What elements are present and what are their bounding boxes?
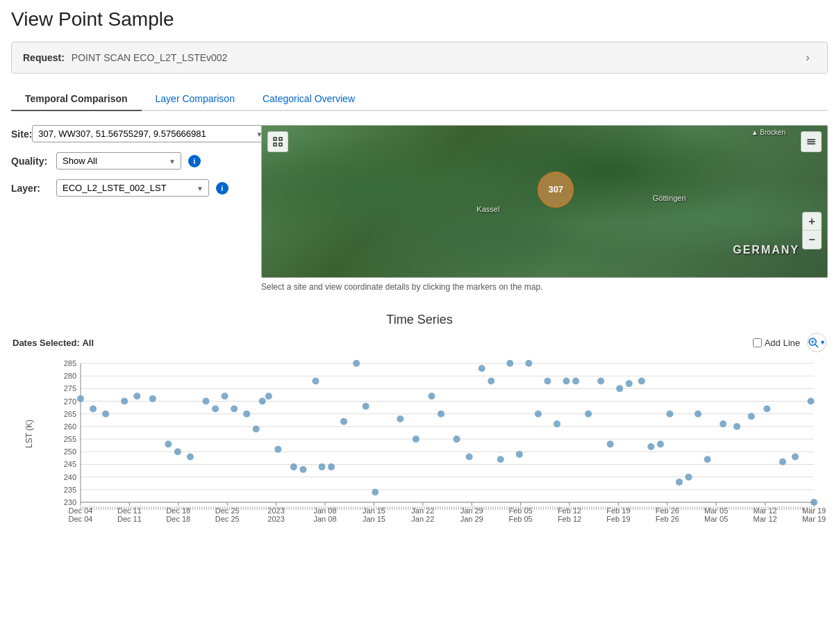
map-layers-button[interactable] [801,131,822,152]
quality-info-icon[interactable]: i [188,155,201,167]
svg-text:Dec 25: Dec 25 [215,515,240,523]
request-bar[interactable]: Request: POINT SCAN ECO_L2T_LSTEv002 › [11,42,828,74]
chart-section: Time Series Dates Selected: All Add Line [11,313,828,533]
layer-info-icon[interactable]: i [216,182,229,195]
map-container: ▲ Brocken 307 Göttingen Kassel GERMANY + [261,125,828,292]
layer-select[interactable]: ECO_L2_LSTE_002_LST [56,179,209,197]
svg-point-48 [222,393,229,399]
svg-point-44 [174,448,181,455]
main-content: Site: 307, WW307, 51.56755297, 9.5756669… [11,125,828,292]
map-zoom-out-button[interactable]: − [803,231,821,249]
site-label: Site: [11,129,32,140]
request-value: POINT SCAN ECO_L2T_LSTEv002 [72,52,228,63]
svg-point-78 [554,420,560,427]
layer-select-wrapper: ECO_L2_LSTE_002_LST i [56,179,247,197]
chart-zoom-tool[interactable]: ▼ [807,333,826,352]
svg-text:Feb 12: Feb 12 [558,515,581,523]
svg-point-76 [535,411,542,418]
svg-point-72 [497,456,504,463]
svg-text:Jan 08: Jan 08 [313,515,336,523]
svg-point-38 [90,405,97,412]
svg-text:Mar 05: Mar 05 [704,515,728,523]
map-box[interactable]: ▲ Brocken 307 Göttingen Kassel GERMANY + [261,125,828,278]
svg-point-46 [203,398,210,405]
svg-point-81 [585,411,592,418]
svg-point-83 [607,440,614,447]
svg-point-52 [259,398,266,405]
add-line-label[interactable]: Add Line [753,338,800,348]
svg-text:Jan 08: Jan 08 [313,506,336,515]
controls-panel: Site: 307, WW307, 51.56755297, 9.5756669… [11,125,247,292]
dates-selected: Dates Selected: All [13,338,94,348]
svg-point-54 [274,446,281,453]
svg-point-79 [563,377,570,384]
request-chevron[interactable]: › [799,49,816,66]
svg-text:Feb 19: Feb 19 [606,515,630,523]
svg-point-64 [397,415,404,422]
x-tick-labels-bottom [46,531,821,533]
chart-y-axis-label: LST (K) [24,420,34,448]
svg-text:265: 265 [64,410,76,418]
svg-text:Dec 04: Dec 04 [69,515,93,523]
svg-point-73 [506,360,513,367]
svg-text:230: 230 [64,498,76,506]
svg-text:Jan 29: Jan 29 [460,515,483,523]
map-controls-top-right [801,131,822,152]
chart-header: Dates Selected: All Add Line ▼ [11,333,828,352]
request-label: Request: [23,52,65,63]
map-zoom-controls: + − [802,212,822,249]
svg-rect-4 [807,139,815,140]
svg-point-86 [638,377,645,384]
svg-text:2023: 2023 [267,515,284,523]
svg-point-96 [748,413,755,420]
add-line-checkbox[interactable] [753,338,762,347]
svg-point-89 [666,411,673,418]
svg-point-70 [479,365,485,372]
tab-layer[interactable]: Layer Comparison [142,88,249,111]
svg-point-41 [133,393,140,399]
map-fullscreen-button[interactable] [267,131,288,152]
quality-select[interactable]: Show All [56,152,181,170]
svg-point-100 [807,398,814,405]
svg-text:Jan 29: Jan 29 [460,506,483,515]
svg-point-62 [363,403,369,410]
quality-row: Quality: Show All i [11,152,247,170]
svg-rect-1 [279,138,282,140]
map-controls-top-left [267,131,288,152]
layer-row: Layer: ECO_L2_LSTE_002_LST i [11,179,247,197]
svg-point-67 [438,411,445,418]
svg-line-8 [815,345,818,347]
svg-rect-6 [807,143,815,145]
svg-point-71 [488,377,495,384]
svg-point-49 [231,405,238,412]
site-select-wrapper[interactable]: 307, WW307, 51.56755297, 9.575666981 [32,125,268,142]
svg-point-75 [525,360,532,367]
chart-title: Time Series [11,313,828,327]
marker-circle: 307 [538,172,574,208]
svg-point-77 [544,377,551,384]
chart-area: LST (K) 23023524024525025526026527027528… [46,356,821,530]
svg-text:Jan 15: Jan 15 [363,515,385,523]
svg-text:Mar 19: Mar 19 [802,515,826,523]
quality-label: Quality: [11,156,56,167]
svg-point-68 [454,436,460,443]
svg-rect-0 [274,138,276,140]
site-select[interactable]: 307, WW307, 51.56755297, 9.575666981 [32,125,268,142]
svg-point-92 [695,411,701,418]
svg-text:280: 280 [64,372,76,380]
svg-point-51 [253,426,260,433]
tab-categorical[interactable]: Categorical Overview [249,88,369,111]
svg-point-85 [626,380,633,387]
svg-text:255: 255 [64,435,76,443]
svg-point-63 [372,488,379,495]
svg-text:270: 270 [64,397,76,406]
map-marker[interactable]: 307 [538,172,574,208]
svg-point-56 [299,466,306,473]
map-brocken-label: ▲ Brocken [751,129,786,136]
tab-temporal[interactable]: Temporal Comparison [11,88,142,111]
svg-point-42 [149,395,156,402]
svg-text:240: 240 [64,473,76,481]
svg-point-91 [685,474,692,481]
map-zoom-in-button[interactable]: + [803,213,821,231]
svg-point-55 [290,463,297,470]
